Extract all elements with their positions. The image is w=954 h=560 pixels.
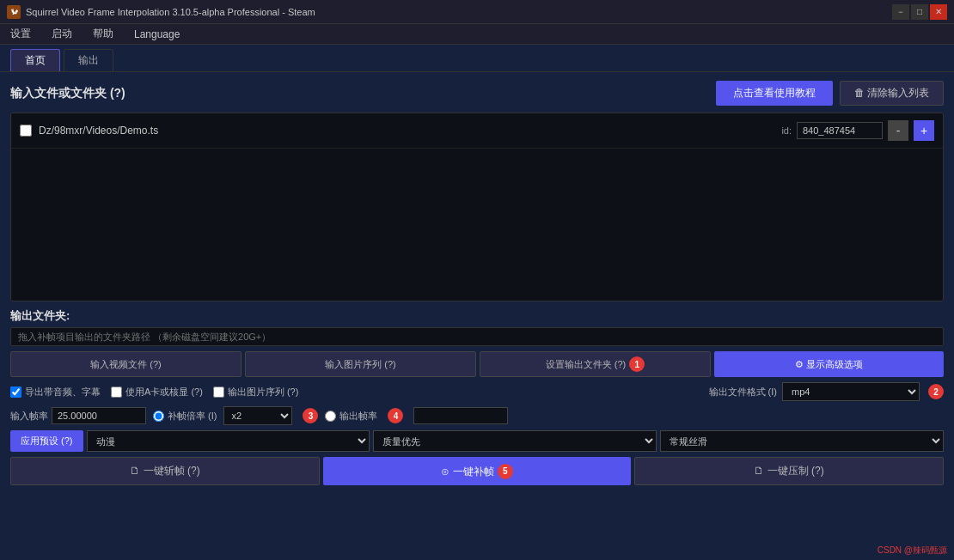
watermark: CSDN @辣码甄源 (878, 545, 947, 557)
preset-select-3[interactable]: 常规丝滑 极致丝滑 (660, 430, 944, 452)
menu-language[interactable]: Language (131, 27, 183, 42)
input-video-button[interactable]: 输入视频文件 (?) (10, 351, 242, 377)
id-input[interactable] (797, 122, 883, 139)
multiply-radio[interactable] (153, 411, 164, 422)
section-buttons: 点击查看使用教程 🗑 清除输入列表 (716, 81, 944, 106)
format-group: 输出文件格式 (I) mp4 mkv avi mov 2 (709, 382, 944, 401)
title-bar: 🐿 Squirrel Video Frame Interpolation 3.1… (0, 0, 954, 24)
badge-1: 1 (629, 356, 645, 372)
menu-bar: 设置 启动 帮助 Language (0, 24, 954, 45)
output-image-seq-label: 输出图片序列 (?) (228, 386, 299, 399)
set-output-folder-button[interactable]: 设置输出文件夹 (?)1 (480, 351, 711, 377)
add-file-button[interactable]: + (914, 120, 934, 141)
format-select[interactable]: mp4 mkv avi mov (782, 382, 920, 401)
action-buttons-row: 输入视频文件 (?) 输入图片序列 (?) 设置输出文件夹 (?)1 ⚙ 显示高… (10, 351, 944, 377)
close-button[interactable]: ✕ (930, 4, 947, 20)
use-ab-label: 使用A卡或核显 (?) (125, 386, 203, 399)
tab-home[interactable]: 首页 (10, 49, 60, 71)
extract-frames-button[interactable]: 🗋 一键斩帧 (?) (10, 457, 320, 485)
output-section: 输出文件夹: (10, 308, 944, 351)
file-list-empty-space (11, 149, 943, 301)
file-item-left: Dz/98mxr/Videos/Demo.ts (20, 125, 158, 137)
use-ab-option[interactable]: 使用A卡或核显 (?) (111, 386, 203, 399)
use-ab-checkbox[interactable] (111, 387, 122, 398)
window-controls[interactable]: － □ ✕ (892, 4, 947, 20)
file-checkbox[interactable] (20, 125, 32, 137)
file-list-item: Dz/98mxr/Videos/Demo.ts id: - + (11, 113, 943, 149)
title-bar-left: 🐿 Squirrel Video Frame Interpolation 3.1… (7, 5, 315, 19)
input-fps-group: 输入帧率 (10, 407, 146, 424)
menu-settings[interactable]: 设置 (7, 25, 34, 43)
badge-5: 5 (498, 464, 513, 479)
compress-button[interactable]: 🗋 一键压制 (?) (634, 457, 944, 485)
export-audio-label: 导出带音频、字幕 (25, 386, 101, 399)
id-label: id: (781, 125, 792, 136)
menu-start[interactable]: 启动 (48, 25, 76, 43)
window-title: Squirrel Video Frame Interpolation 3.10.… (26, 7, 315, 17)
interpolate-button[interactable]: ⊙ 一键补帧5 (323, 457, 631, 485)
input-section-header: 输入文件或文件夹 (?) 点击查看使用教程 🗑 清除输入列表 (10, 81, 944, 106)
file-path: Dz/98mxr/Videos/Demo.ts (39, 125, 158, 137)
badge-4: 4 (388, 408, 403, 423)
options-row: 导出带音频、字幕 使用A卡或核显 (?) 输出图片序列 (?) 输出文件格式 (… (10, 382, 944, 401)
main-content: 输入文件或文件夹 (?) 点击查看使用教程 🗑 清除输入列表 Dz/98mxr/… (0, 72, 954, 560)
preset-select-2[interactable]: 质量优先 速度优先 (373, 430, 657, 452)
app-icon: 🐿 (7, 5, 21, 19)
badge-3: 3 (303, 408, 318, 423)
output-fps-label: 输出帧率 (339, 410, 377, 423)
minimize-button[interactable]: － (892, 4, 909, 20)
bottom-buttons-row: 🗋 一键斩帧 (?) ⊙ 一键补帧5 🗋 一键压制 (?) (10, 457, 944, 485)
output-fps-input[interactable] (413, 407, 508, 424)
menu-help[interactable]: 帮助 (89, 25, 117, 43)
output-image-seq-checkbox[interactable] (213, 387, 224, 398)
output-fps-radio[interactable] (325, 411, 336, 422)
tutorial-button[interactable]: 点击查看使用教程 (716, 81, 833, 106)
interpolate-label: ⊙ 一键补帧 (441, 465, 493, 477)
file-list-area: Dz/98mxr/Videos/Demo.ts id: - + (10, 113, 944, 301)
multiply-radio-option[interactable]: 补帧倍率 (I) (153, 410, 217, 423)
maximize-button[interactable]: □ (911, 4, 928, 20)
badge-2: 2 (928, 384, 944, 399)
tab-output[interactable]: 输出 (64, 49, 113, 71)
input-image-seq-button[interactable]: 输入图片序列 (?) (245, 351, 476, 377)
output-image-seq-option[interactable]: 输出图片序列 (?) (213, 386, 299, 399)
clear-list-button[interactable]: 🗑 清除输入列表 (840, 81, 944, 106)
apply-preset-button[interactable]: 应用预设 (?) (10, 430, 83, 452)
preset-select-1[interactable]: 动漫 真人 (87, 430, 370, 452)
input-fps-input[interactable] (52, 407, 146, 424)
preset-row: 应用预设 (?) 动漫 真人 质量优先 速度优先 常规丝滑 极致丝滑 (10, 430, 944, 452)
remove-file-button[interactable]: - (888, 120, 908, 141)
output-section-title: 输出文件夹: (10, 308, 944, 324)
format-label: 输出文件格式 (I) (709, 386, 777, 399)
set-output-folder-label: 设置输出文件夹 (?) (546, 359, 627, 369)
input-section-title: 输入文件或文件夹 (?) (10, 86, 125, 101)
export-audio-checkbox[interactable] (10, 387, 21, 398)
output-path-input[interactable] (10, 327, 944, 346)
frame-settings-row: 输入帧率 补帧倍率 (I) x2 x4 x8 3 输出帧率 4 (10, 406, 944, 425)
show-advanced-button[interactable]: ⚙ 显示高级选项 (714, 351, 944, 377)
multiply-select[interactable]: x2 x4 x8 (223, 406, 292, 425)
multiply-label: 补帧倍率 (I) (168, 410, 217, 423)
tab-bar: 首页 输出 (0, 45, 954, 72)
output-fps-radio-option[interactable]: 输出帧率 (325, 410, 377, 423)
file-item-right: id: - + (781, 120, 934, 141)
export-audio-option[interactable]: 导出带音频、字幕 (10, 386, 101, 399)
input-fps-label: 输入帧率 (10, 410, 48, 423)
